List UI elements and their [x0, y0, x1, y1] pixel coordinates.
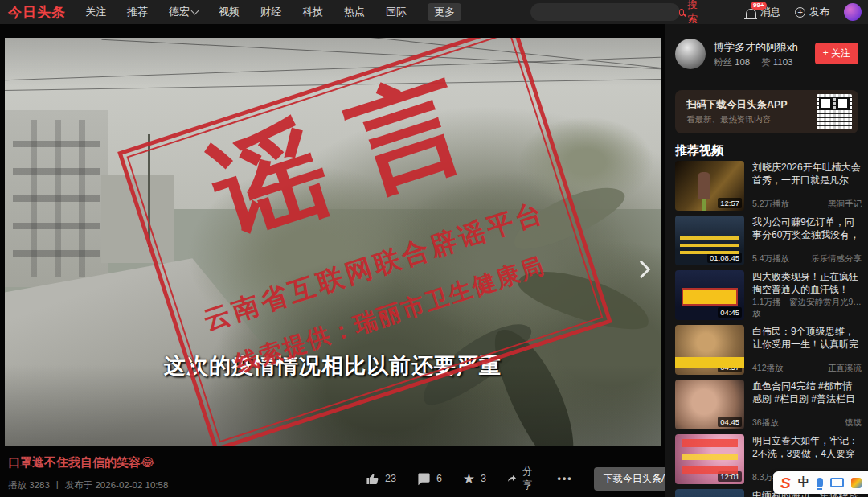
video-thumbnail[interactable]: 04:45: [675, 380, 744, 429]
video-list-item[interactable]: 12:57 刘晓庆2026开年吐槽大会首秀，一开口就是凡尔赛，台下笑声不断 5.…: [675, 161, 862, 211]
search-input[interactable]: [530, 6, 671, 18]
nav-follow[interactable]: 关注: [85, 5, 106, 19]
keyboard-icon[interactable]: [830, 478, 844, 487]
primary-nav: 关注 推荐 德宏 视频 财经 科技 热点 国际 更多: [85, 3, 461, 21]
qr-card-title: 扫码下载今日头条APP: [686, 98, 788, 112]
video-duration: 12:01: [718, 471, 742, 482]
chevron-down-icon: [191, 7, 199, 15]
video-views: 36播放: [752, 417, 779, 429]
thumb-up-icon: [366, 472, 379, 486]
nav-dehong[interactable]: 德宏: [169, 5, 198, 19]
uploader-name[interactable]: 博学多才的阿狼xh: [714, 40, 798, 55]
video-item-title[interactable]: 我为公司赚9亿订单，同事分60万奖金独我没有，我递辞职回家继承。: [752, 216, 862, 241]
video-thumbnail[interactable]: 04:57: [675, 325, 744, 375]
share-arrow-icon: [507, 472, 517, 486]
video-duration: 01:08:45: [707, 253, 742, 263]
video-duration: 04:45: [718, 307, 742, 318]
ime-toolbar[interactable]: S 中: [773, 471, 868, 494]
video-views: 5.4万播放: [752, 253, 789, 265]
nav-international[interactable]: 国际: [386, 5, 407, 19]
video-frame[interactable]: 这次的疫情情况相比以前还要严重 谣言 云南省互联网联合辟谣平台 线索提供：瑞丽市…: [5, 38, 661, 446]
video-item-title[interactable]: 明日立春大如年，牢记：2不洗，3要做，4人要穿红，有你吗？: [752, 434, 862, 460]
top-navigation-bar: 今日头条 关注 推荐 德宏 视频 财经 科技 热点 国际 更多 搜索 99+ 消…: [0, 0, 868, 24]
toutiao-logo[interactable]: 今日头条: [8, 3, 66, 22]
ime-skin-icon[interactable]: [851, 478, 862, 488]
video-thumbnail[interactable]: 12:01: [675, 434, 744, 484]
sogou-logo-icon[interactable]: S: [780, 475, 791, 491]
video-player-area: 这次的疫情情况相比以前还要严重 谣言 云南省互联网联合辟谣平台 线索提供：瑞丽市…: [0, 24, 665, 497]
uploader-stats: 粉丝108 赞1103: [714, 56, 792, 68]
meta-divider: |: [56, 479, 59, 491]
recommend-video-list: 12:57 刘晓庆2026开年吐槽大会首秀，一开口就是凡尔赛，台下笑声不断 5.…: [675, 161, 862, 497]
nav-finance[interactable]: 财经: [260, 5, 281, 19]
favorite-button[interactable]: ★ 3: [463, 472, 486, 486]
video-thumbnail[interactable]: 12:57: [675, 161, 744, 211]
video-thumbnail[interactable]: 04:45: [675, 270, 744, 320]
more-actions-button[interactable]: •••: [558, 473, 573, 484]
video-item-title[interactable]: 四大败类现身！正在疯狂掏空普通人的血汗钱！: [752, 270, 862, 296]
publish-date: 发布于 2026-02-02 10:58: [65, 479, 169, 491]
uploader-avatar[interactable]: [675, 39, 706, 69]
video-thumbnail[interactable]: 01:08:45: [675, 216, 744, 265]
video-list-item[interactable]: 01:08:45 我为公司赚9亿订单，同事分60万奖金独我没有，我递辞职回家继承…: [675, 216, 862, 265]
messages-button[interactable]: 99+ 消息: [746, 6, 780, 19]
search-button[interactable]: 搜索: [671, 0, 708, 26]
recommend-videos-title: 推荐视频: [675, 143, 723, 158]
app-download-card[interactable]: 扫码下载今日头条APP 看最新、最热资讯内容: [675, 90, 858, 133]
video-duration: 12:57: [718, 198, 742, 208]
nav-hot[interactable]: 热点: [344, 5, 365, 19]
video-author[interactable]: 乐乐情感分享: [811, 253, 862, 265]
like-button[interactable]: 23: [366, 472, 396, 486]
comment-icon: [417, 472, 431, 486]
nav-more[interactable]: 更多: [428, 3, 461, 21]
follow-button[interactable]: + 关注: [815, 43, 858, 64]
video-list-item[interactable]: 04:45 四大败类现身！正在疯狂掏空普通人的血汗钱！ 1.1万播放窗边安静赏月…: [675, 270, 862, 320]
comment-button[interactable]: 6: [417, 472, 442, 486]
video-info-bar: 口罩遮不住我自信的笑容😂 播放 3283 | 发布于 2026-02-02 10…: [0, 447, 665, 497]
video-author[interactable]: 正直溪流: [828, 363, 862, 374]
nav-tech[interactable]: 科技: [302, 5, 323, 19]
video-title: 口罩遮不住我自信的笑容😂: [8, 455, 155, 470]
video-duration: 04:45: [718, 417, 742, 427]
plus-circle-icon: +: [795, 7, 805, 18]
video-meta: 播放 3283 | 发布于 2026-02-02 10:58: [8, 479, 168, 491]
video-list-item[interactable]: 04:57 白伟民：9个顶级思维，让你受用一生！认真听完这些思维受益匪浅 412…: [675, 325, 862, 375]
video-views: 412播放: [752, 363, 784, 374]
video-thumbnail[interactable]: [675, 489, 744, 497]
publish-button[interactable]: + 发布: [795, 6, 829, 19]
qr-code-icon: [817, 94, 852, 129]
user-avatar[interactable]: [844, 3, 862, 21]
video-list-item[interactable]: 04:45 血色合同4完结 #都市情感剧 #栏目剧 #普法栏目剧 36播放馍馍: [675, 380, 862, 429]
star-icon: ★: [463, 472, 475, 486]
video-views: 1.1万播放: [752, 297, 789, 319]
notification-badge: 99+: [751, 2, 767, 10]
video-item-title[interactable]: 白伟民：9个顶级思维，让你受用一生！认真听完这些思维受益匪浅: [752, 325, 862, 351]
search-icon: [679, 9, 684, 16]
topbar-right: 99+ 消息 + 发布: [746, 0, 862, 24]
ime-language-icon[interactable]: 中: [798, 475, 809, 490]
video-item-title[interactable]: 刘晓庆2026开年吐槽大会首秀，一开口就是凡尔赛，台下笑声不断: [752, 161, 862, 187]
share-button[interactable]: 分享: [507, 465, 537, 492]
video-author[interactable]: 馍馍: [845, 417, 862, 429]
play-count: 播放 3283: [8, 479, 50, 491]
nav-recommend[interactable]: 推荐: [127, 5, 148, 19]
video-item-title[interactable]: 血色合同4完结 #都市情感剧 #栏目剧 #普法栏目剧: [752, 380, 862, 405]
video-author[interactable]: 黑洞手记: [828, 199, 862, 210]
microphone-icon[interactable]: [817, 478, 823, 487]
page: 今日头条 关注 推荐 德宏 视频 财经 科技 热点 国际 更多 搜索 99+ 消…: [0, 0, 868, 497]
nav-video[interactable]: 视频: [219, 5, 240, 19]
bell-icon: [746, 9, 756, 18]
uploader-card: 博学多才的阿狼xh 粉丝108 赞1103 + 关注: [675, 39, 858, 74]
video-views: 5.2万播放: [752, 199, 789, 210]
video-actions: 23 6 ★ 3 分享 ••• 下载今日头条APP: [366, 465, 690, 492]
video-duration: 04:57: [718, 362, 742, 372]
video-author[interactable]: 窗边安静赏月光926: [789, 297, 862, 319]
qr-card-subtitle: 看最新、最热资讯内容: [686, 114, 771, 125]
search-bar: 搜索: [530, 3, 680, 21]
sidebar: 博学多才的阿狼xh 粉丝108 赞1103 + 关注 扫码下载今日头条APP 看…: [665, 24, 868, 497]
